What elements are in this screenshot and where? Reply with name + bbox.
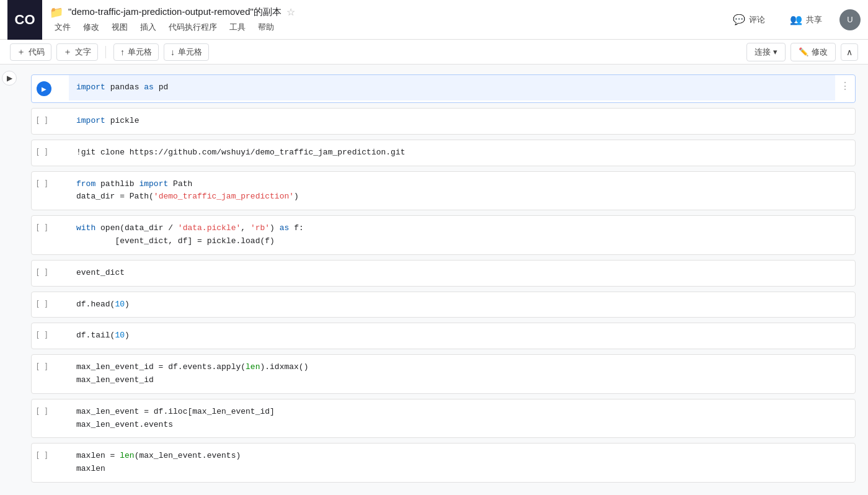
menu-insert[interactable]: 插入 [135, 20, 161, 34]
doc-title: "demo-traffic-jam-prediction-output-remo… [68, 6, 281, 18]
menu-edit[interactable]: 修改 [78, 20, 104, 34]
main-content: ▶ ▶import pandas as pd⋮[ ]import pickle[… [0, 65, 868, 495]
cell-1[interactable]: ▶import pandas as pd⋮ [31, 74, 856, 103]
star-icon[interactable]: ☆ [286, 6, 295, 18]
cell-code[interactable]: maxlen = len(max_len_event.events) maxle… [69, 444, 855, 482]
cell-9[interactable]: [ ]max_len_event_id = df.events.apply(le… [31, 354, 856, 394]
cell-bracket-right: ] [45, 222, 48, 231]
add-text-label: 文字 [75, 47, 91, 58]
cell-gutter: [ ] [32, 172, 69, 194]
cell-code[interactable]: df.head(10) [69, 292, 855, 318]
cell-bracket-right: ] [45, 406, 48, 415]
cell-code[interactable]: import pickle [69, 109, 855, 134]
top-bar: CO 📁 "demo-traffic-jam-prediction-output… [0, 0, 868, 40]
toolbar-right: 连接 ▾ ✏️ 修改 ∧ [746, 43, 858, 61]
edit-button[interactable]: ✏️ 修改 [790, 43, 836, 61]
drive-icon: 📁 [50, 6, 63, 19]
comment-label: 评论 [749, 14, 765, 25]
plus-icon: ＋ [17, 47, 25, 58]
logo: CO [7, 0, 42, 40]
cell-7[interactable]: [ ]df.head(10) [31, 292, 856, 318]
avatar[interactable]: U [839, 9, 861, 30]
cell-code[interactable]: import pandas as pd [69, 75, 835, 100]
cell-counter [39, 146, 45, 156]
cell-counter [39, 267, 45, 276]
cell-counter [39, 361, 45, 370]
cell-4[interactable]: [ ]from pathlib import Path data_dir = P… [31, 171, 856, 211]
up-arrow-icon: ↑ [120, 47, 125, 57]
top-right-buttons: 💬 评论 👥 共享 U [725, 9, 861, 30]
down-arrow-icon: ↓ [170, 47, 175, 57]
cell-3[interactable]: [ ]!git clone https://github.com/wshuyi/… [31, 140, 856, 166]
menu-bar: 文件 修改 视图 插入 代码执行程序 工具 帮助 [50, 20, 725, 34]
collapse-icon: ∧ [846, 47, 852, 57]
menu-tools[interactable]: 工具 [224, 20, 250, 34]
cell-code[interactable]: from pathlib import Path data_dir = Path… [69, 172, 855, 210]
cell-code[interactable]: !git clone https://github.com/wshuyi/dem… [69, 140, 855, 166]
pencil-icon: ✏️ [799, 47, 808, 56]
cell-counter [39, 115, 45, 124]
menu-file[interactable]: 文件 [50, 20, 76, 34]
cell-11[interactable]: [ ]maxlen = len(max_len_event.events) ma… [31, 443, 856, 483]
doc-title-row: 📁 "demo-traffic-jam-prediction-output-re… [50, 6, 725, 19]
add-code-label: 代码 [29, 47, 45, 58]
move-up-button[interactable]: ↑ 单元格 [113, 43, 159, 61]
connect-dropdown-icon: ▾ [773, 47, 777, 56]
add-code-button[interactable]: ＋ 代码 [10, 43, 51, 61]
cell-bracket-right: ] [45, 146, 48, 156]
doc-info: 📁 "demo-traffic-jam-prediction-output-re… [50, 6, 725, 34]
toolbar: ＋ 代码 ＋ 文字 ↑ 单元格 ↓ 单元格 连接 ▾ ✏️ 修改 ∧ [0, 40, 868, 65]
cell-counter [39, 222, 45, 231]
chevron-right-icon: ▶ [7, 74, 12, 82]
cell-code[interactable]: max_len_event = df.iloc[max_len_event_id… [69, 399, 855, 438]
cell-bracket-right: ] [45, 450, 48, 459]
run-button[interactable]: ▶ [37, 81, 51, 96]
menu-view[interactable]: 视图 [107, 20, 133, 34]
share-label: 共享 [806, 14, 822, 25]
cell-bracket-right: ] [45, 298, 48, 308]
connect-label: 连接 [755, 47, 771, 58]
notebook: ▶import pandas as pd⋮[ ]import pickle[ ]… [19, 65, 868, 495]
add-text-button[interactable]: ＋ 文字 [56, 43, 98, 61]
cell-6[interactable]: [ ]event_dict [31, 260, 856, 287]
sidebar-toggle-button[interactable]: ▶ [2, 71, 17, 86]
cell-bracket-right: ] [45, 115, 48, 124]
text-icon: ＋ [63, 47, 72, 58]
share-button[interactable]: 👥 共享 [782, 10, 830, 29]
sidebar-toggle-area: ▶ [0, 65, 19, 495]
cell-bracket-right: ] [45, 361, 48, 370]
separator-1 [105, 46, 106, 58]
cell-gutter: [ ] [32, 399, 69, 421]
cell-code[interactable]: event_dict [69, 261, 855, 286]
cell-options-icon[interactable]: ⋮ [840, 81, 850, 91]
cell-counter [39, 406, 45, 415]
cell-code[interactable]: with open(data_dir / 'data.pickle', 'rb'… [69, 216, 855, 254]
cell-gutter: ▶ [32, 75, 69, 102]
menu-help[interactable]: 帮助 [253, 20, 279, 34]
cell-gutter: [ ] [32, 323, 69, 345]
cell-bracket-right: ] [45, 329, 48, 339]
cell-gutter: [ ] [32, 444, 69, 465]
cell-gutter: [ ] [32, 140, 69, 162]
cell-bracket-right: ] [45, 178, 48, 187]
cell-counter [39, 298, 45, 308]
cell-gutter: [ ] [32, 109, 69, 130]
connect-button[interactable]: 连接 ▾ [746, 43, 786, 61]
menu-runtime[interactable]: 代码执行程序 [164, 20, 222, 34]
cell-code[interactable]: max_len_event_id = df.events.apply(len).… [69, 355, 855, 393]
move-down-button[interactable]: ↓ 单元格 [164, 43, 209, 61]
cell-gutter: [ ] [32, 216, 69, 238]
move-down-label: 单元格 [178, 47, 202, 58]
collapse-button[interactable]: ∧ [841, 43, 858, 61]
cell-gutter: [ ] [32, 261, 69, 282]
move-up-label: 单元格 [128, 47, 152, 58]
cell-counter [39, 450, 45, 459]
cell-counter [39, 329, 45, 339]
cell-10[interactable]: [ ]max_len_event = df.iloc[max_len_event… [31, 399, 856, 439]
cell-5[interactable]: [ ]with open(data_dir / 'data.pickle', '… [31, 215, 856, 255]
cell-code[interactable]: df.tail(10) [69, 323, 855, 349]
cell-8[interactable]: [ ]df.tail(10) [31, 323, 856, 349]
cell-2[interactable]: [ ]import pickle [31, 108, 856, 135]
comment-button[interactable]: 💬 评论 [725, 10, 773, 29]
cell-counter [39, 178, 45, 187]
